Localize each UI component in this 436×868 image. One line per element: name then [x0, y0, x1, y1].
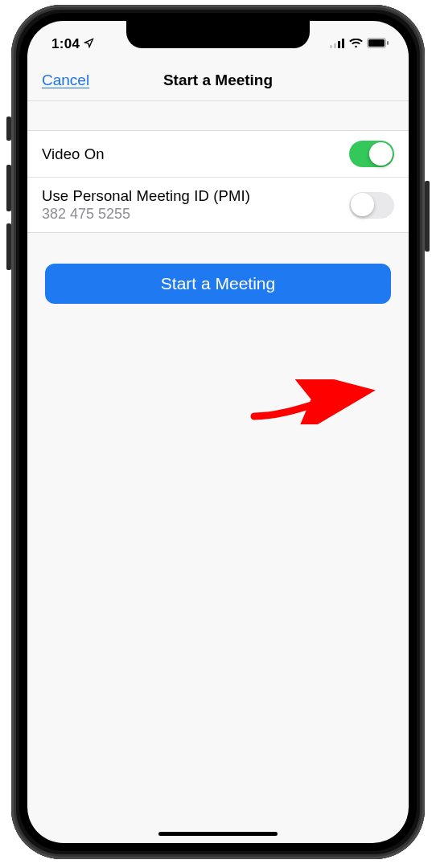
battery-icon — [367, 37, 389, 51]
pmi-toggle[interactable] — [349, 192, 394, 219]
video-on-toggle[interactable] — [349, 141, 394, 167]
home-indicator[interactable] — [158, 832, 278, 836]
start-meeting-button[interactable]: Start a Meeting — [45, 264, 391, 304]
navigation-bar: Cancel Start a Meeting — [27, 59, 409, 101]
video-on-label: Video On — [42, 145, 105, 163]
svg-rect-5 — [368, 39, 385, 47]
status-time: 1:04 — [51, 36, 80, 52]
cellular-icon — [330, 37, 345, 51]
screen: 1:04 — [27, 21, 409, 843]
power-button — [425, 181, 430, 252]
pmi-number: 382 475 5255 — [42, 206, 250, 223]
content-area: Video On Use Personal Meeting ID (PMI) 3… — [27, 101, 409, 304]
svg-rect-6 — [387, 41, 389, 45]
svg-rect-3 — [342, 39, 344, 48]
notch — [126, 21, 310, 48]
svg-rect-2 — [338, 41, 340, 48]
svg-rect-0 — [330, 45, 332, 48]
location-icon — [84, 36, 94, 52]
wifi-icon — [349, 37, 363, 51]
video-on-row: Video On — [27, 131, 409, 177]
svg-rect-1 — [334, 43, 336, 48]
pmi-label: Use Personal Meeting ID (PMI) — [42, 187, 250, 205]
phone-frame: 1:04 — [11, 5, 425, 859]
annotation-arrow-icon — [250, 379, 379, 424]
settings-list: Video On Use Personal Meeting ID (PMI) 3… — [27, 130, 409, 233]
cancel-button[interactable]: Cancel — [42, 72, 89, 89]
pmi-row: Use Personal Meeting ID (PMI) 382 475 52… — [27, 177, 409, 232]
